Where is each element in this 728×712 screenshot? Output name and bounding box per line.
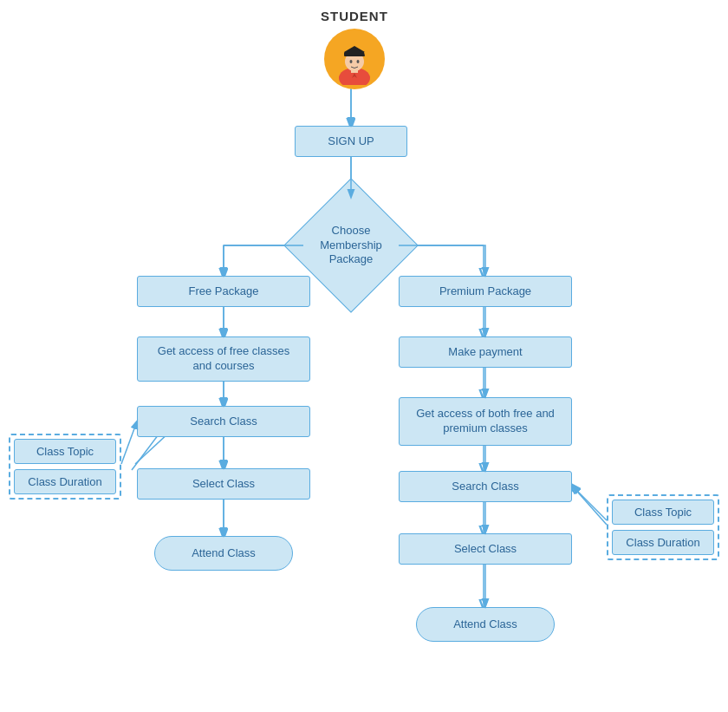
svg-line-41 [573, 487, 607, 520]
svg-line-18 [572, 486, 607, 525]
free-package-box: Free Package [137, 276, 310, 307]
student-section: STUDENT [321, 9, 388, 89]
signup-box: SIGN UP [295, 126, 407, 157]
left-class-duration: Class Duration [14, 469, 116, 494]
svg-line-40 [121, 421, 137, 464]
arrow-overlay [0, 0, 728, 712]
make-payment-box: Make payment [399, 336, 572, 368]
membership-diamond: ChooseMembershipPackage [299, 198, 403, 293]
svg-point-25 [365, 58, 368, 62]
attend-class-2-box: Attend Class [416, 607, 555, 642]
premium-package-box: Premium Package [399, 276, 572, 307]
left-class-topic: Class Topic [14, 439, 116, 464]
left-sidebar-box: Class Topic Class Duration [9, 434, 121, 500]
free-access-box: Get access of free classes and courses [137, 336, 310, 382]
select-class-1-box: Select Class [137, 468, 310, 500]
search-class-1-box: Search Class [137, 406, 310, 437]
student-avatar [324, 29, 385, 89]
svg-line-24 [365, 52, 367, 59]
connector-svg [0, 0, 728, 712]
diagram-container: STUDENT [0, 0, 728, 712]
search-class-2-box: Search Class [399, 471, 572, 502]
right-class-topic: Class Topic [612, 500, 714, 525]
student-label: STUDENT [321, 9, 388, 23]
right-sidebar-box: Class Topic Class Duration [607, 494, 719, 560]
right-class-duration: Class Duration [612, 530, 714, 555]
attend-class-1-box: Attend Class [154, 536, 293, 571]
svg-marker-23 [344, 46, 365, 52]
select-class-2-box: Select Class [399, 533, 572, 565]
svg-point-27 [349, 60, 352, 63]
svg-point-28 [356, 60, 359, 63]
premium-access-box: Get access of both free and premium clas… [399, 397, 572, 446]
svg-rect-22 [344, 52, 365, 56]
